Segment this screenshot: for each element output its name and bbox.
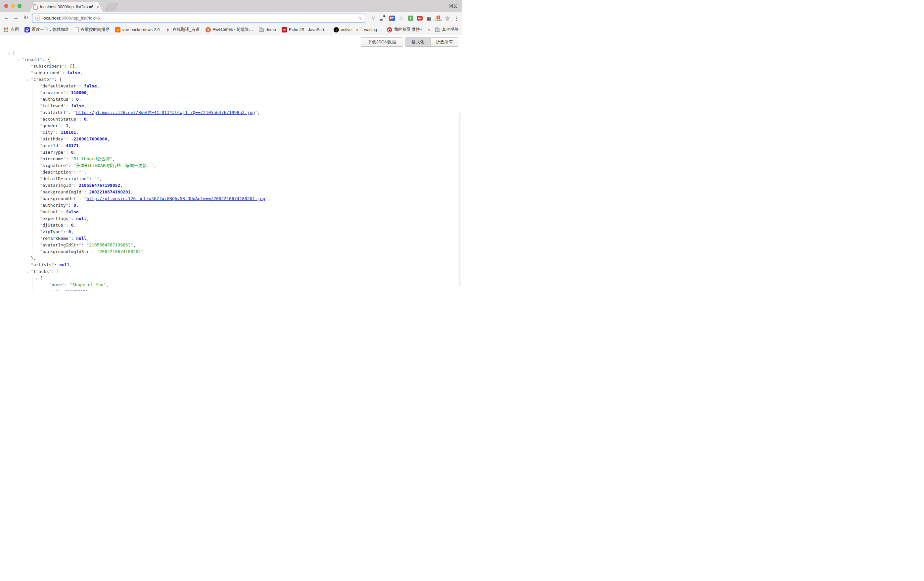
vue-devtools-icon[interactable]: V [370, 15, 376, 22]
comma: , [79, 143, 81, 148]
quote: " [49, 289, 52, 290]
json-value-keyword: null [76, 216, 86, 221]
bookmark-item[interactable]: 百度一下，你就知道 [25, 27, 69, 33]
bookmark-item[interactable]: Vvue-hackernews-2.0 [115, 27, 160, 33]
quote: " [63, 103, 66, 108]
json-url-link[interactable]: http://p1.music.126.net/o3G7lWrGBQAvSRt3… [86, 196, 265, 201]
profile-name[interactable]: 阿发 [449, 3, 457, 9]
browser-toolbar: ← → ↻ i localhost:3000/top_list?idx=6 ☆ … [0, 12, 462, 25]
json-url-link[interactable]: http://p1.music.126.net/BmeUMF4Cr0f343lC… [76, 110, 255, 115]
more-menu-icon[interactable]: ⋮ [454, 15, 460, 22]
json-value-string: 2105564767199852 [89, 242, 130, 247]
json-key: accountStatus [42, 117, 76, 122]
comma: , [84, 103, 87, 108]
new-tab-button[interactable] [105, 3, 119, 11]
json-value-keyword: false [84, 83, 97, 88]
sitemap-icon[interactable]: 品 [398, 15, 404, 22]
tab-close-icon[interactable]: × [96, 5, 99, 10]
fe-helper-icon[interactable]: FE [389, 15, 395, 22]
colon: : [62, 70, 67, 75]
bookmark-item[interactable]: 我的首页 微博-随时… [387, 27, 422, 33]
bookmark-label: demo [266, 28, 276, 32]
colon: : [54, 77, 59, 82]
bookmark-item[interactable]: ↓active:⧗- waiting… [333, 27, 381, 33]
collapse-all-button[interactable]: 折叠所有 [430, 38, 458, 46]
json-key: gender [42, 123, 58, 128]
icon-glyph: T [408, 16, 413, 21]
traffic-light-close-icon[interactable] [4, 4, 8, 8]
icon-glyph: FE [389, 16, 395, 21]
traffic-light-zoom-icon[interactable] [18, 4, 21, 8]
bookmarks-overflow-icon[interactable]: » [428, 27, 431, 33]
forward-icon[interactable]: → [12, 14, 20, 21]
quote: " [66, 203, 69, 208]
tampermonkey-icon[interactable]: T [407, 15, 414, 22]
json-row: "signature": "美国BILLBOARD排行榜，每周一更新。", [0, 162, 462, 169]
bookmark-item[interactable]: 谷歌按时间排序 [75, 27, 110, 33]
youdao-icon: y [165, 27, 171, 33]
colon: : [66, 150, 71, 155]
colon: : [69, 203, 74, 208]
json-key: name [52, 282, 62, 287]
quote: " [110, 156, 112, 161]
bookmark-item[interactable]: AAwesomes - 前端资… [206, 27, 253, 33]
bookmark-label: Awesomes - 前端资… [213, 27, 253, 33]
extensions-row: V英enFE品T▶▶▦5PLAYER⋮ [370, 13, 462, 23]
json-row: "province": 110000, [0, 89, 462, 96]
download-json-button[interactable]: 下载JSON数据 [361, 37, 403, 47]
quote: " [62, 282, 64, 287]
bookmark-item[interactable]: 应用 [3, 27, 19, 33]
json-key: authority [42, 203, 66, 208]
quote: " [79, 170, 81, 175]
json-key: id [52, 289, 57, 290]
other-bookmarks-folder[interactable]: 其他书签 [435, 27, 459, 33]
json-value-number: 110101 [61, 130, 76, 135]
bookmark-item[interactable]: y在线翻译_有道 [165, 27, 200, 33]
comma: , [80, 70, 83, 75]
translate-icon[interactable]: 英en [379, 15, 386, 22]
comma: , [86, 236, 89, 241]
json-value-number: 0 [73, 203, 76, 208]
bookmark-label: Echo JS - JavaScri… [289, 28, 328, 32]
colon: : [71, 236, 76, 241]
json-key: defaultAvatar [42, 83, 76, 88]
json-row: "subscribed": false, [0, 70, 462, 76]
bookmark-item[interactable]: JSEcho JS - JavaScri… [282, 27, 328, 33]
quote: " [31, 64, 33, 69]
json-key: backgroundUrl [42, 196, 76, 201]
bookmark-star-icon[interactable]: ☆ [358, 15, 362, 21]
video-icon[interactable]: ▶▶ [416, 15, 423, 22]
quote: " [66, 163, 69, 168]
comma: , [79, 209, 81, 214]
bookmark-item[interactable]: demo [259, 28, 276, 32]
json-row: "nickname": "Billboard公告牌", [0, 156, 462, 162]
weibo-icon [387, 27, 392, 33]
vertical-scrollbar[interactable] [458, 113, 461, 286]
json-key: remarkName [42, 236, 68, 241]
qrcode-icon[interactable]: ▦ [426, 15, 432, 22]
browser-tab[interactable]: localhost:3000/top_list?idx=6 × [30, 2, 103, 12]
json-row: "city": 110101, [0, 129, 462, 136]
paw-icon[interactable] [444, 15, 451, 22]
json-row: "subscribers": [], [0, 63, 462, 70]
format-collapse-toggle: 格式化 折叠所有 [405, 37, 459, 47]
json-bracket: [ [56, 269, 59, 274]
format-button[interactable]: 格式化 [406, 38, 430, 46]
quote: " [63, 90, 66, 95]
traffic-light-minimize-icon[interactable] [11, 4, 15, 8]
quote: " [63, 150, 66, 155]
bookmark-label: 应用 [11, 27, 19, 33]
quote: " [49, 269, 52, 274]
url-text[interactable]: localhost:3000/top_list?idx=6 [42, 16, 100, 20]
json-row: "backgroundImgId": 2002210674180201, [0, 189, 462, 195]
page-favicon-icon [33, 4, 38, 10]
html5-player-icon[interactable]: 5PLAYER [435, 15, 442, 22]
json-bracket: { [13, 50, 15, 55]
json-row: "defaultAvatar": false, [0, 83, 462, 89]
info-icon[interactable]: i [35, 16, 40, 20]
reload-icon[interactable]: ↻ [22, 14, 30, 21]
address-bar[interactable]: i localhost:3000/top_list?idx=6 ☆ [32, 13, 365, 23]
bookmark-label: 谷歌按时间排序 [81, 27, 110, 33]
comma: , [86, 216, 89, 221]
back-icon[interactable]: ← [3, 14, 11, 21]
